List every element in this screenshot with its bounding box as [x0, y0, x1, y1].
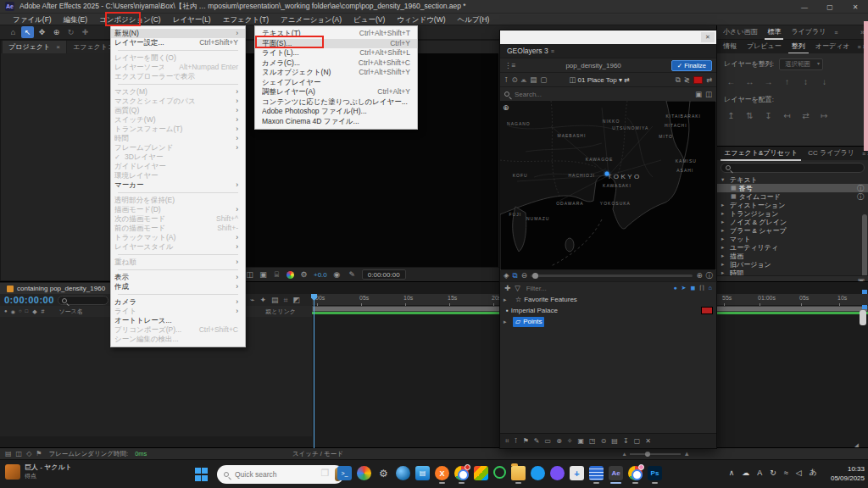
align-bottom-icon[interactable]: ↓ — [819, 77, 830, 86]
workspace-small-screen[interactable]: 小さい画面 — [721, 25, 760, 40]
feature-imperial-palace[interactable]: ▪ Imperial Palace — [500, 305, 716, 316]
render-queue-icon[interactable]: ▤ — [5, 450, 12, 458]
layer-menu-item[interactable]: トラックマット(A) › — [111, 233, 245, 242]
align-hcenter-icon[interactable]: ↔ — [744, 77, 755, 86]
submenu-adjustment-layer[interactable]: 調整レイヤー(A) Ctrl+Alt+Y — [255, 87, 417, 97]
align-panel-menu-icon[interactable]: ≡ — [858, 44, 861, 50]
locate-tool-icon[interactable]: ⊕ — [556, 437, 562, 445]
align-vcenter-icon[interactable]: ↕ — [800, 77, 811, 86]
draft-icon[interactable]: ◫ — [16, 450, 23, 458]
layer-menu-item[interactable]: マーカー › — [111, 180, 245, 190]
mask-visibility-icon[interactable]: ▣ — [258, 270, 269, 280]
geolayers-tab[interactable]: GEOlayers 3 ≡ — [500, 44, 716, 58]
timeline-zoom-slider[interactable]: ▴ ▲ — [623, 450, 690, 458]
mini-flowchart-icon[interactable]: ⌁ — [250, 296, 254, 305]
polygon-filter-icon[interactable]: ◼ — [690, 285, 695, 291]
zoom-out-icon[interactable]: ⊖ — [521, 271, 527, 280]
menu-view[interactable]: ビュー(V) — [348, 14, 391, 25]
selection-tool-icon[interactable]: ↖ — [21, 26, 34, 38]
volume-icon[interactable]: ◁ — [796, 469, 802, 477]
plus-app-icon[interactable]: + — [570, 466, 584, 480]
link-comp-icon[interactable]: ⧉ — [676, 75, 681, 85]
fx-group-text[interactable]: ▾ テキスト — [717, 175, 868, 184]
movie-icon[interactable]: ▣ — [695, 90, 702, 98]
fx-timecode[interactable]: ▦ タイムコード ⓘ — [717, 192, 868, 201]
flag-status-icon[interactable]: ⚑ — [36, 450, 42, 458]
exposure-gear-icon[interactable]: ⚙ — [298, 270, 309, 279]
taskbar-clock[interactable]: 10:33 05/09/2025 — [831, 464, 865, 483]
info-icon[interactable]: ⓘ — [706, 271, 714, 281]
fx-group-blur[interactable]: ▸ ブラー & シャープ — [717, 226, 868, 235]
layer-menu-item[interactable]: 時間 › — [111, 134, 245, 143]
comp-list-icon[interactable]: ⋮≡ — [504, 61, 515, 69]
comp-timecode[interactable]: 0:00:00:00 — [362, 269, 406, 280]
layer-menu-item[interactable]: スイッチ(W) › — [111, 115, 245, 125]
blue-app-icon[interactable] — [531, 466, 545, 480]
effects-search-input[interactable] — [733, 164, 860, 173]
draft3d-icon[interactable]: ✦ — [259, 296, 266, 305]
pin-icon[interactable]: ⊺ — [504, 75, 508, 85]
extrude-tool-icon[interactable]: ▣ — [578, 437, 585, 445]
notes-app-icon[interactable] — [589, 466, 604, 480]
solo-column-icon[interactable]: ○ — [19, 308, 22, 314]
layer-menu-item[interactable]: 表示 › — [111, 273, 245, 282]
feature-points[interactable]: ▸ ▱ Points — [500, 316, 716, 327]
workspace-standard[interactable]: 標準 — [765, 25, 783, 40]
submenu-shape-layer[interactable]: シェイプレイヤー — [255, 78, 417, 88]
close-button[interactable]: ✕ — [843, 0, 868, 14]
taskbar-widget[interactable]: 巨人 - ヤクルト 得点 — [5, 463, 72, 480]
fx-group-noise[interactable]: ▸ ノイズ & グレイン — [717, 218, 868, 226]
layer-selector[interactable]: ◫ 01 Place Top ▾ ⇄ — [569, 75, 630, 84]
layer-menu-item[interactable]: レイヤー設定... Ctrl+Shift+Y — [111, 38, 245, 47]
layer-menu-item[interactable]: レイヤースタイル › — [111, 242, 245, 252]
layer-menu-item[interactable]: 次の描画モード Shift+^ — [111, 214, 245, 224]
submenu-content-aware-fill[interactable]: コンテンツに応じた塗りつぶしのレイヤー... — [255, 97, 417, 108]
layer-menu-item[interactable]: オートトレース... — [111, 316, 245, 325]
layer-menu-item[interactable]: 画質(Q) › — [111, 106, 245, 115]
menu-layer[interactable]: レイヤー(L) — [167, 14, 217, 25]
zoom-in-mountain-icon[interactable]: ▲ — [684, 450, 690, 458]
layer-menu-item[interactable]: レイヤーを開く(O) — [111, 53, 245, 63]
menu-help[interactable]: ヘルプ(H) — [452, 14, 496, 25]
layers-tool-icon[interactable]: ▤ — [611, 437, 618, 445]
link-view-icon[interactable]: ⧉ — [513, 271, 518, 280]
exposure-value[interactable]: +0.0 — [314, 271, 327, 279]
tab-cc-libraries[interactable]: CC ライブラリ — [804, 147, 858, 161]
layer-menu-item[interactable]: ライト › — [111, 307, 245, 316]
audio-column-icon[interactable]: ◉ — [11, 308, 15, 314]
align-target-dropdown[interactable]: 選択範囲 — [779, 58, 823, 70]
image-icon[interactable]: ◫ — [705, 90, 712, 98]
timeline-search-box[interactable] — [58, 296, 108, 305]
submenu-light[interactable]: ライト(L)... Ctrl+Alt+Shift+L — [255, 48, 417, 58]
fx-group-distort[interactable]: ▸ ディストーション — [717, 201, 868, 209]
map-zoom-slider[interactable] — [531, 274, 693, 277]
geolayers-titlebar[interactable]: ✕ — [500, 30, 716, 44]
dist-top-icon[interactable]: ↥ — [726, 111, 737, 120]
after-effects-icon[interactable]: Ae — [609, 466, 623, 480]
ring-app-icon[interactable] — [493, 466, 506, 479]
map-canvas[interactable]: ⊕ NAGANOMAEBASHINIKKOUTSUNOMIYAKITAIBARA… — [500, 101, 716, 270]
layer-menu-item[interactable]: ✓ 3Dレイヤー — [111, 152, 245, 162]
parent-link-column[interactable]: 親とリンク — [265, 308, 296, 316]
fx-group-matte[interactable]: ▸ マット — [717, 235, 868, 243]
projection-icon[interactable]: ◈ — [504, 271, 509, 280]
menu-window[interactable]: ウィンドウ(W) — [391, 14, 451, 25]
delete-tool-icon[interactable]: ✕ — [645, 437, 651, 445]
view-layout-icon[interactable]: ⌸ — [271, 270, 282, 280]
fx-group-transition[interactable]: ▸ トランジション — [717, 209, 868, 218]
layer-menu-item[interactable]: 前の描画モード Shift+- — [111, 224, 245, 233]
zoom-in-icon[interactable]: ⊕ — [696, 271, 702, 281]
source-name-column[interactable]: ソース名 — [58, 308, 82, 316]
align-left-icon[interactable]: ← — [726, 77, 737, 86]
fx-group-obsolete[interactable]: ▸ 旧バージョン — [717, 260, 868, 269]
menu-effect[interactable]: エフェクト(T) — [217, 14, 275, 25]
hide-shy-icon[interactable]: ▤ — [271, 296, 279, 305]
file-explorer-icon[interactable] — [511, 466, 526, 480]
wifi-icon[interactable]: ≈ — [784, 469, 788, 477]
building-filter-icon[interactable]: ⌂ — [709, 285, 712, 291]
document-icon[interactable]: ▢ — [540, 75, 547, 85]
layer-menu-item[interactable]: レイヤーソースを開く(U) Alt+Numpad Enter — [111, 63, 245, 72]
style-tool-icon[interactable]: ✧ — [567, 437, 573, 445]
current-time-display[interactable]: 0:00:00:00 — [4, 295, 54, 305]
map-location-marker[interactable] — [605, 172, 609, 176]
